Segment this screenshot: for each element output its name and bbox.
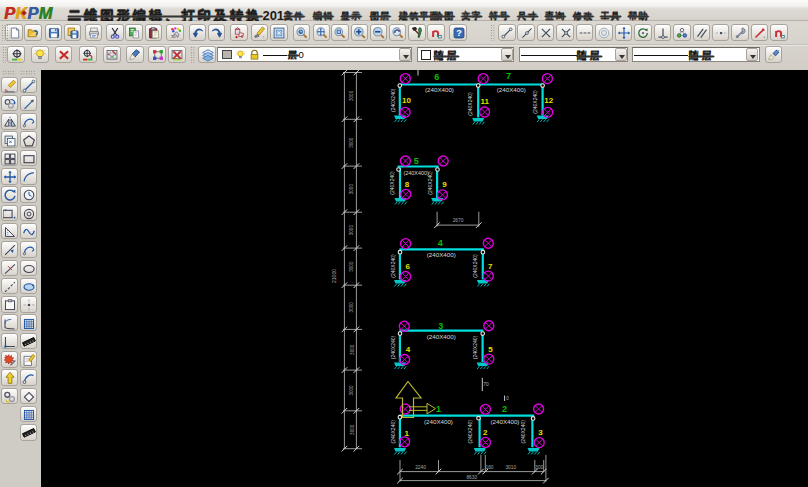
svg-text:2670: 2670 (453, 218, 464, 223)
svg-text:(240X400): (240X400) (427, 251, 456, 258)
svg-text:(240X240): (240X240) (520, 420, 526, 444)
svg-text:160: 160 (485, 465, 493, 470)
svg-text:(240X400): (240X400) (424, 418, 453, 425)
svg-text:3: 3 (538, 428, 543, 437)
svg-text:(240X240): (240X240) (390, 335, 396, 359)
svg-text:1: 1 (436, 404, 441, 414)
svg-text:8: 8 (405, 180, 410, 189)
svg-text:5: 5 (414, 156, 419, 166)
svg-text:3000: 3000 (350, 385, 355, 396)
svg-text:21000: 21000 (331, 269, 337, 283)
svg-text:(240X400): (240X400) (491, 418, 520, 425)
svg-text:(240X240): (240X240) (389, 171, 395, 195)
svg-text:(240X240): (240X240) (467, 420, 473, 444)
svg-text:10: 10 (402, 96, 411, 105)
svg-text:2240: 2240 (415, 465, 426, 470)
svg-text:4: 4 (406, 345, 411, 354)
svg-text:(240X240): (240X240) (390, 254, 396, 278)
svg-text:0: 0 (506, 396, 509, 401)
svg-text:11: 11 (481, 97, 490, 106)
svg-text:(240X400): (240X400) (404, 170, 429, 176)
svg-text:5: 5 (488, 345, 493, 354)
svg-text:(240X240): (240X240) (472, 335, 478, 359)
svg-text:(240X240): (240X240) (427, 171, 433, 195)
svg-text:3000: 3000 (350, 90, 355, 101)
svg-text:70: 70 (483, 381, 489, 387)
svg-text:(240X240): (240X240) (467, 92, 473, 116)
svg-text:(240X400): (240X400) (497, 86, 526, 93)
svg-text:3000: 3000 (350, 261, 355, 272)
svg-text:1: 1 (405, 429, 410, 438)
svg-text:3000: 3000 (350, 302, 355, 313)
svg-text:3000: 3000 (350, 344, 355, 355)
svg-text:2: 2 (502, 404, 507, 414)
svg-text:4: 4 (438, 238, 443, 248)
svg-text:3000: 3000 (350, 225, 355, 236)
svg-text:3000: 3000 (350, 424, 355, 435)
svg-text:2: 2 (483, 428, 488, 437)
svg-text:9: 9 (442, 180, 447, 189)
svg-text:(240X240): (240X240) (532, 90, 538, 114)
svg-text:(240X400): (240X400) (425, 86, 454, 93)
svg-text:(240X400): (240X400) (427, 333, 456, 340)
svg-text:6: 6 (406, 262, 411, 271)
svg-text:300: 300 (535, 465, 543, 470)
svg-text:3: 3 (438, 321, 443, 331)
svg-text:(240X240): (240X240) (472, 254, 478, 278)
svg-text:(240X240): (240X240) (390, 88, 396, 112)
svg-text:3000: 3000 (350, 137, 355, 148)
svg-text:3010: 3010 (505, 465, 516, 470)
svg-text:8630: 8630 (466, 475, 477, 480)
svg-text:7: 7 (488, 262, 493, 271)
svg-text:6: 6 (434, 72, 439, 82)
svg-text:(240X240): (240X240) (390, 420, 396, 444)
svg-text:3000: 3000 (350, 184, 355, 195)
svg-text:12: 12 (544, 96, 553, 105)
svg-text:7: 7 (506, 71, 511, 81)
